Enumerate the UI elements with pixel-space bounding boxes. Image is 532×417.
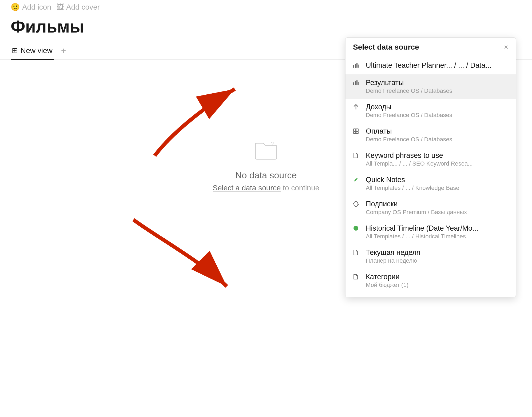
svg-rect-3 xyxy=(353,65,354,68)
item-name: Historical Timeline (Date Year/Mo... xyxy=(366,224,478,232)
refresh-icon xyxy=(353,201,362,209)
table-icon: ⊞ xyxy=(12,46,18,55)
dropdown-title: Select data source xyxy=(353,43,419,51)
tab-new-view[interactable]: ⊞ New view xyxy=(11,42,54,60)
grid-icon xyxy=(353,128,362,136)
tab-label: New view xyxy=(21,46,53,55)
no-data-desc: Select a data source to continue xyxy=(213,184,319,192)
folder-icon: ? xyxy=(254,141,278,167)
item-path: Demo Freelance OS / Databases xyxy=(366,87,452,94)
item-path: Планер на неделю xyxy=(366,257,420,264)
svg-rect-7 xyxy=(353,82,354,85)
select-data-source-dropdown: Select data source × Ultimate Teacher Pl… xyxy=(345,37,516,297)
doc-icon xyxy=(353,152,362,160)
dropdown-header: Select data source × xyxy=(346,38,516,57)
select-data-source-link[interactable]: Select a data source xyxy=(213,184,281,192)
dropdown-list: Ultimate Teacher Planner... / ... / Data… xyxy=(346,57,516,297)
item-path: Мой бюджет (1) xyxy=(366,282,408,288)
svg-rect-8 xyxy=(355,81,356,85)
bar-chart-icon xyxy=(353,62,362,70)
svg-rect-14 xyxy=(356,131,358,134)
svg-rect-11 xyxy=(354,129,356,131)
svg-rect-10 xyxy=(358,82,359,85)
item-path: All Templates / ... / Historical Timelin… xyxy=(366,233,478,240)
item-path: All Templa... / ... / SEO Keyword Resea.… xyxy=(366,160,473,167)
item-name: Оплаты xyxy=(366,127,452,135)
item-name: Keyword phrases to use xyxy=(366,151,473,160)
svg-rect-9 xyxy=(356,80,358,85)
add-cover-label: Add cover xyxy=(66,3,100,11)
list-item[interactable]: Ultimate Teacher Planner... / ... / Data… xyxy=(346,57,516,74)
list-item[interactable]: Historical Timeline (Date Year/Mo... All… xyxy=(346,220,516,244)
add-tab-button[interactable]: + xyxy=(59,44,68,58)
doc-icon xyxy=(353,273,362,282)
item-path: Demo Freelance OS / Databases xyxy=(366,136,452,143)
item-path: Demo Freelance OS / Databases xyxy=(366,112,452,119)
item-name: Quick Notes xyxy=(366,176,459,184)
no-data-suffix: to continue xyxy=(283,184,319,192)
item-name: Категории xyxy=(366,273,408,281)
svg-point-15 xyxy=(354,226,358,231)
doc-icon xyxy=(353,249,362,257)
item-path: Company OS Premium / Базы данных xyxy=(366,209,467,216)
bar-chart-icon xyxy=(353,79,362,87)
item-path: All Templates / ... / Knowledge Base xyxy=(366,185,459,191)
list-item[interactable]: Keyword phrases to use All Templa... / .… xyxy=(346,147,516,171)
list-item[interactable]: Подписки Company OS Premium / Базы данны… xyxy=(346,196,516,220)
list-item[interactable]: Результаты Demo Freelance OS / Databases xyxy=(346,74,516,99)
item-name: Доходы xyxy=(366,103,452,111)
list-item[interactable]: Topics My Second Brain / Databases xyxy=(346,293,516,297)
list-item[interactable]: Quick Notes All Templates / ... / Knowle… xyxy=(346,171,516,196)
svg-rect-13 xyxy=(354,131,356,134)
list-item[interactable]: Категории Мой бюджет (1) xyxy=(346,268,516,293)
item-name: Текущая неделя xyxy=(366,248,420,257)
smiley-icon: 🙂 xyxy=(11,3,20,11)
add-icon-button[interactable]: 🙂 Add icon xyxy=(11,3,51,11)
add-cover-button[interactable]: 🖼 Add cover xyxy=(57,3,100,11)
list-item[interactable]: Текущая неделя Планер на неделю xyxy=(346,244,516,268)
arrow-down-indicator xyxy=(128,214,235,294)
item-name: Ultimate Teacher Planner... / ... / Data… xyxy=(366,61,491,70)
add-icon-label: Add icon xyxy=(22,3,51,11)
leaf-icon xyxy=(353,176,362,185)
image-icon: 🖼 xyxy=(57,3,64,11)
dropdown-close-button[interactable]: × xyxy=(504,43,508,51)
item-name: Подписки xyxy=(366,200,467,208)
item-name: Результаты xyxy=(366,79,452,87)
svg-rect-4 xyxy=(355,64,356,68)
arrow-up-icon xyxy=(353,103,362,112)
no-data-source-container: ? No data source Select a data source to… xyxy=(213,141,319,192)
svg-rect-6 xyxy=(358,65,359,68)
no-data-title: No data source xyxy=(235,170,297,181)
svg-rect-12 xyxy=(356,129,358,131)
svg-text:?: ? xyxy=(271,141,274,147)
top-bar: 🙂 Add icon 🖼 Add cover xyxy=(0,0,532,14)
list-item[interactable]: Оплаты Demo Freelance OS / Databases xyxy=(346,123,516,147)
svg-rect-5 xyxy=(356,63,358,68)
circle-green-icon xyxy=(353,225,362,233)
list-item[interactable]: Доходы Demo Freelance OS / Databases xyxy=(346,99,516,123)
